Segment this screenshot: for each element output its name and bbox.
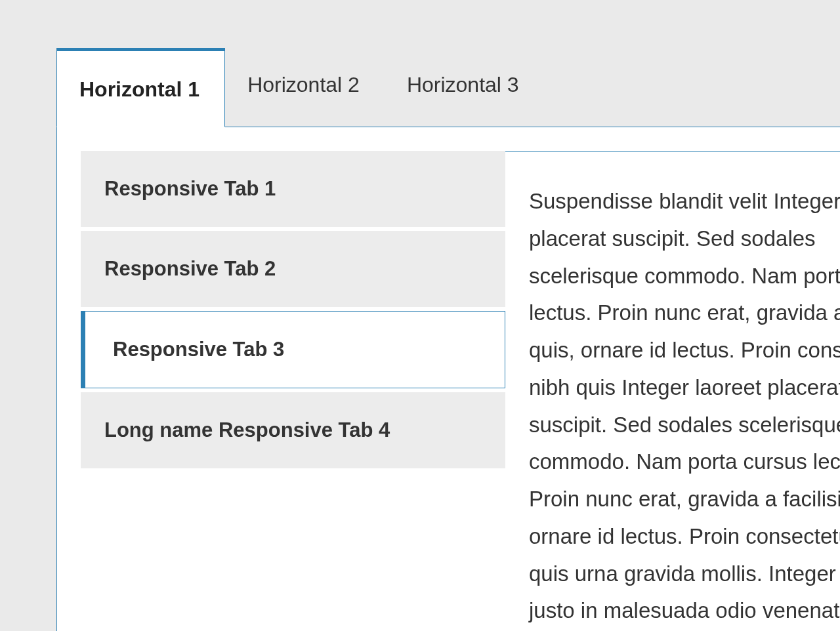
horizontal-tab-strip: Horizontal 1 Horizontal 2 Horizontal 3 bbox=[56, 48, 840, 127]
tab-label: Long name Responsive Tab 4 bbox=[104, 418, 390, 441]
tab-label: Horizontal 3 bbox=[407, 73, 519, 96]
tab-horizontal-1[interactable]: Horizontal 1 bbox=[56, 48, 225, 127]
tab-strip-filler bbox=[544, 48, 840, 127]
tab-panel: Horizontal 1 Horizontal 2 Horizontal 3 R… bbox=[56, 48, 840, 631]
tab-label: Horizontal 1 bbox=[79, 77, 200, 101]
tab-label: Responsive Tab 3 bbox=[113, 338, 284, 361]
tab-responsive-3[interactable]: Responsive Tab 3 bbox=[81, 311, 505, 388]
tab-responsive-4[interactable]: Long name Responsive Tab 4 bbox=[81, 392, 505, 468]
vertical-tab-strip: Responsive Tab 1 Responsive Tab 2 Respon… bbox=[81, 151, 505, 631]
tab-label: Responsive Tab 1 bbox=[104, 177, 276, 200]
tab-horizontal-2[interactable]: Horizontal 2 bbox=[225, 48, 385, 127]
tab-label: Responsive Tab 2 bbox=[104, 257, 276, 280]
horizontal-tab-content: Responsive Tab 1 Responsive Tab 2 Respon… bbox=[57, 127, 840, 631]
tab-horizontal-3[interactable]: Horizontal 3 bbox=[385, 48, 544, 127]
vertical-tab-content-panel: Suspendisse blandit velit Integer laoree… bbox=[505, 151, 840, 631]
tab-label: Horizontal 2 bbox=[247, 73, 360, 96]
content-text: Suspendisse blandit velit Integer laoree… bbox=[529, 189, 840, 622]
tab-responsive-1[interactable]: Responsive Tab 1 bbox=[81, 151, 505, 227]
tab-responsive-2[interactable]: Responsive Tab 2 bbox=[81, 231, 505, 307]
